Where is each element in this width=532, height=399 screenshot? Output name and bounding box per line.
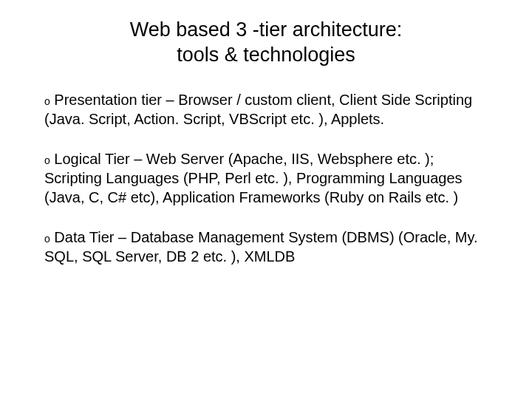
bullet-marker: o bbox=[44, 95, 50, 107]
title-line-2: tools & technologies bbox=[177, 44, 355, 66]
bullet-text: Data Tier – Database Management System (… bbox=[44, 229, 478, 265]
bullet-item: o Data Tier – Database Management System… bbox=[44, 228, 488, 266]
bullet-list: o Presentation tier – Browser / custom c… bbox=[37, 90, 495, 266]
bullet-item: o Logical Tier – Web Server (Apache, IIS… bbox=[44, 149, 488, 207]
bullet-text: Logical Tier – Web Server (Apache, IIS, … bbox=[44, 151, 463, 205]
title-line-1: Web based 3 -tier architecture: bbox=[130, 18, 403, 41]
bullet-text: Presentation tier – Browser / custom cli… bbox=[44, 92, 472, 127]
bullet-item: o Presentation tier – Browser / custom c… bbox=[44, 90, 488, 129]
slide-title: Web based 3 -tier architecture: tools & … bbox=[37, 18, 495, 68]
bullet-marker: o bbox=[44, 233, 50, 245]
bullet-marker: o bbox=[44, 154, 50, 166]
